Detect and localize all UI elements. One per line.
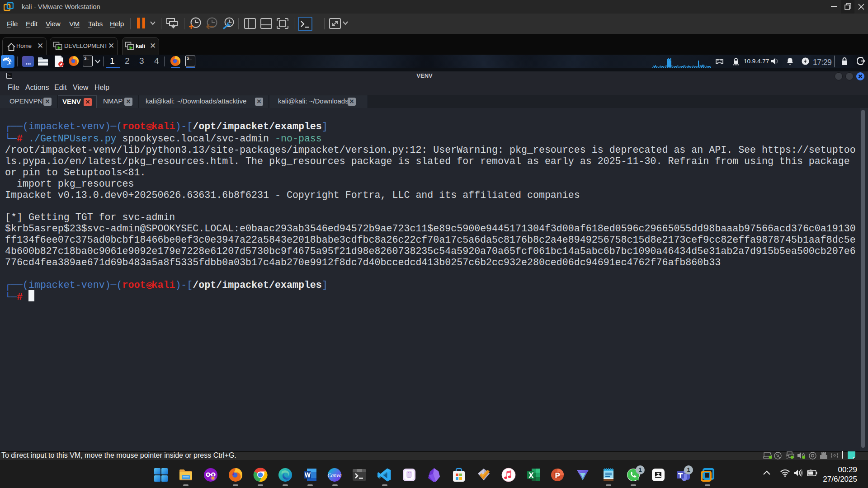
svg-text:Canva: Canva	[327, 472, 341, 479]
